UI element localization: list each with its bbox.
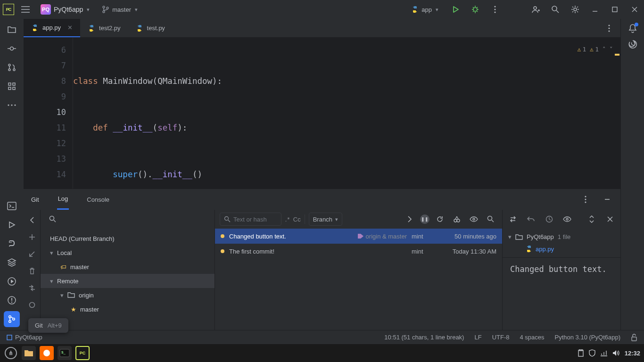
project-selector[interactable]: PQ PyQt6app ▾ [37, 3, 93, 16]
revert-button[interactable] [525, 213, 537, 226]
python-console-tool-button[interactable] [4, 236, 20, 252]
volume-tray-icon[interactable] [612, 350, 620, 356]
pause-indexing-button[interactable]: ❚❚ [420, 214, 429, 224]
network-tray-icon[interactable] [600, 350, 608, 356]
go-to-hash-button[interactable] [403, 213, 416, 226]
tab-app-py[interactable]: app.py ✕ [24, 19, 80, 37]
branch-selector[interactable]: master ▾ [98, 3, 141, 16]
regex-toggle[interactable]: .* [285, 216, 289, 223]
run-button[interactable] [449, 3, 462, 16]
inspections-widget[interactable]: ⚠1 ⚠1 ˄ ˅ [578, 41, 613, 57]
changed-files-root[interactable]: ▾ PyQt6app 1 file [508, 233, 615, 240]
line-separator[interactable]: LF [474, 334, 481, 341]
git-log-tab[interactable]: Log [57, 189, 69, 210]
pull-requests-tool-button[interactable] [4, 59, 20, 75]
indent-settings[interactable]: 4 spaces [520, 334, 544, 341]
svg-point-43 [566, 218, 568, 220]
python-file-icon [136, 25, 143, 32]
close-detail-button[interactable] [604, 213, 616, 226]
compare-with-local-button[interactable] [507, 213, 519, 226]
file-manager-button[interactable] [22, 346, 36, 360]
commit-tool-button[interactable] [4, 41, 20, 57]
structure-tool-button[interactable] [4, 78, 20, 94]
back-button[interactable] [25, 214, 39, 227]
changed-file-link[interactable]: app.py [536, 246, 554, 253]
git-tool-button[interactable] [4, 311, 20, 327]
cherry-pick-button[interactable] [450, 213, 463, 226]
close-icon[interactable]: ✕ [67, 24, 73, 31]
interpreter[interactable]: Python 3.10 (PyQt6app) [555, 334, 620, 341]
file-encoding[interactable]: UTF-8 [492, 334, 510, 341]
firefox-button[interactable] [40, 346, 54, 360]
branches-search-button[interactable] [46, 213, 59, 226]
clock[interactable]: 12:32 [625, 350, 640, 357]
git-console-tab[interactable]: Console [86, 189, 110, 210]
more-tools-button[interactable] [4, 97, 20, 113]
main-menu-icon[interactable] [19, 3, 32, 16]
commit-search-input[interactable]: Text or hash [220, 213, 281, 226]
start-menu-button[interactable]: ⋔ [4, 346, 18, 360]
next-highlight-icon[interactable]: ˅ [610, 41, 613, 57]
match-case-toggle[interactable]: Cc [293, 216, 301, 223]
terminal-tool-button[interactable] [4, 198, 20, 214]
clipboard-tray-icon[interactable] [578, 349, 584, 357]
commit-row[interactable]: Changed button text. origin & master min… [215, 229, 502, 244]
caret-position[interactable]: 10:51 (51 chars, 1 line break) [384, 334, 464, 341]
find-button[interactable] [484, 213, 497, 226]
code-area[interactable]: class MainWindow(QMainWindow): def __ini… [73, 38, 620, 189]
shield-tray-icon[interactable] [589, 349, 595, 357]
compare-button[interactable] [25, 281, 39, 295]
notifications-button[interactable] [626, 22, 639, 35]
problems-tool-button[interactable] [4, 292, 20, 308]
prev-highlight-icon[interactable]: ˄ [603, 41, 606, 57]
origin-row[interactable]: ▾origin [41, 288, 215, 302]
changed-file[interactable]: app.py [508, 245, 615, 253]
debug-tool-button[interactable] [4, 273, 20, 289]
maximize-button[interactable] [608, 3, 621, 16]
head-branch-row[interactable]: HEAD (Current Branch) [41, 231, 215, 246]
project-tool-button[interactable] [4, 22, 20, 38]
svg-point-20 [11, 104, 12, 106]
refresh-button[interactable] [433, 213, 446, 226]
git-branch-icon [102, 6, 109, 13]
preview-diff-button[interactable] [561, 213, 573, 226]
status-project[interactable]: PyQt6app [7, 334, 42, 341]
hide-tool-button[interactable] [601, 193, 614, 206]
remote-branches-row[interactable]: ▾Remote [41, 274, 215, 288]
services-tool-button[interactable] [4, 255, 20, 271]
git-options-button[interactable] [579, 193, 592, 206]
ai-assistant-button[interactable] [626, 38, 639, 51]
expand-all-button[interactable] [586, 213, 597, 226]
tab-test-py[interactable]: test.py [128, 19, 173, 37]
checkout-button[interactable] [25, 247, 39, 261]
fetch-button[interactable] [25, 298, 39, 312]
local-branches-row[interactable]: ▾Local [41, 246, 215, 260]
run-tool-button[interactable] [4, 217, 20, 233]
tab-test2-py[interactable]: test2.py [80, 19, 128, 37]
run-config-selector[interactable]: app ▾ [407, 3, 442, 16]
debug-button[interactable] [469, 3, 482, 16]
search-everywhere-button[interactable] [549, 3, 562, 16]
close-button[interactable] [628, 3, 641, 16]
error-stripe-mark[interactable] [615, 54, 619, 56]
delete-branch-button[interactable] [25, 264, 39, 278]
minimize-button[interactable] [588, 3, 602, 16]
history-button[interactable] [544, 213, 555, 226]
svg-point-27 [9, 321, 11, 322]
commit-row[interactable]: The first commit! mint Today 11:30 AM [215, 244, 502, 259]
structure-icon [8, 82, 16, 90]
new-branch-button[interactable] [25, 230, 39, 244]
svg-point-34 [585, 201, 586, 203]
pycharm-taskbar-button[interactable]: PC [75, 346, 90, 360]
local-master-row[interactable]: 🏷master [41, 260, 215, 274]
settings-button[interactable] [569, 3, 582, 16]
lock-icon[interactable] [631, 334, 637, 341]
view-options-button[interactable] [467, 213, 480, 226]
terminal-button[interactable]: $_ [58, 346, 72, 360]
editor[interactable]: 6 7 8 9 10 11 12 13 14 class MainWindow(… [24, 38, 620, 189]
remote-master-row[interactable]: ★master [41, 302, 215, 316]
tab-options-button[interactable] [603, 22, 616, 35]
code-with-me-button[interactable] [529, 3, 542, 16]
more-actions-button[interactable] [488, 3, 502, 16]
branch-filter[interactable]: Branch▾ [309, 213, 342, 226]
